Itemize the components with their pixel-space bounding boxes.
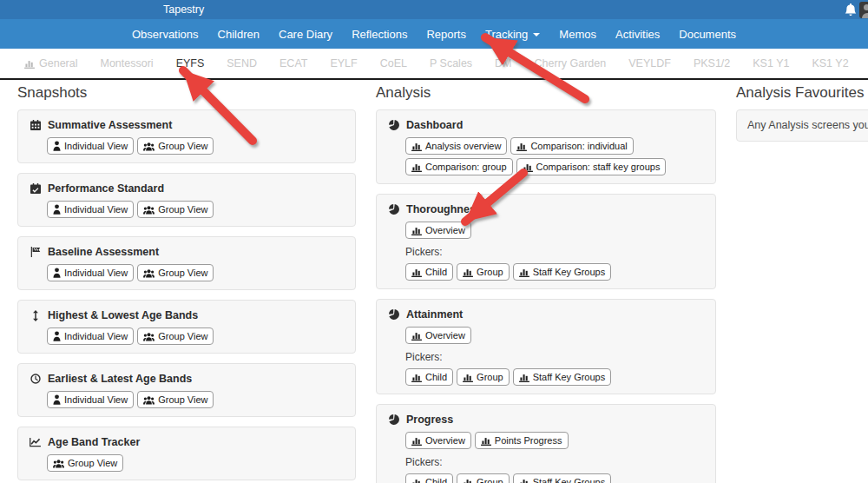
- top-bar: Tapestry: [0, 0, 868, 19]
- tab-label: Cherry Garden: [535, 57, 607, 69]
- individual-view-button[interactable]: Individual View: [47, 264, 134, 281]
- child-button[interactable]: Child: [405, 263, 453, 281]
- points-progress-button[interactable]: Points Progress: [475, 432, 569, 449]
- tab-montessori[interactable]: Montessori: [100, 57, 153, 69]
- tab-coel[interactable]: CoEL: [380, 57, 407, 69]
- bar-chart-icon: [523, 162, 533, 172]
- tab-cherry-garden[interactable]: Cherry Garden: [535, 57, 607, 69]
- card-progress: ProgressOverviewPoints ProgressPickers:C…: [376, 404, 716, 483]
- card-performance-standard: Performance StandardIndividual ViewGroup…: [17, 173, 356, 227]
- tab-send[interactable]: SEND: [227, 57, 257, 69]
- card-title: Dashboard: [406, 119, 463, 131]
- group-view-button[interactable]: Group View: [137, 264, 214, 281]
- individual-view-button[interactable]: Individual View: [47, 137, 134, 155]
- snapshots-heading: Snapshots: [17, 84, 356, 102]
- overview-button[interactable]: Overview: [405, 222, 471, 239]
- card-title: Progress: [406, 414, 453, 426]
- nav-item-tracking[interactable]: Tracking: [485, 28, 540, 41]
- bell-icon[interactable]: [845, 3, 857, 17]
- group-button[interactable]: Group: [457, 263, 510, 281]
- card-age-band-tracker: Age Band TrackerGroup View: [17, 427, 356, 480]
- tab-label: KS1 Y2: [812, 57, 848, 69]
- button-label: Staff Key Groups: [533, 476, 606, 483]
- tab-label: EYFS: [176, 57, 205, 69]
- individual-view-button[interactable]: Individual View: [47, 391, 134, 408]
- button-label: Group View: [158, 140, 207, 152]
- button-label: Group: [477, 266, 503, 278]
- tab-p-scales[interactable]: P Scales: [430, 57, 472, 69]
- tab-ks1-y2[interactable]: KS1 Y2: [812, 57, 848, 69]
- group-view-button[interactable]: Group View: [137, 391, 214, 408]
- analysis-cards: DashboardAnalysis overviewComparison: in…: [376, 109, 716, 483]
- pickers-label: Pickers:: [405, 456, 704, 468]
- tab-label: EYLF: [330, 57, 357, 69]
- pie-chart-icon: [387, 120, 400, 130]
- user-avatar[interactable]: [859, 2, 868, 18]
- comparison-group-button[interactable]: Comparison: group: [405, 158, 513, 175]
- staff-key-groups-button[interactable]: Staff Key Groups: [513, 263, 612, 281]
- bar-chart-icon: [411, 436, 422, 446]
- staff-key-groups-button[interactable]: Staff Key Groups: [513, 368, 612, 386]
- button-label: Child: [425, 476, 447, 483]
- card-summative-assessment: Summative AssessmentIndividual ViewGroup…: [17, 109, 356, 163]
- group-view-button[interactable]: Group View: [137, 137, 214, 155]
- button-label: Points Progress: [495, 434, 562, 447]
- overview-button[interactable]: Overview: [405, 327, 471, 344]
- staff-key-groups-button[interactable]: Staff Key Groups: [513, 473, 612, 483]
- button-label: Group View: [158, 330, 207, 342]
- tab-label: General: [39, 57, 77, 69]
- nav-item-label: Documents: [679, 28, 736, 41]
- analysis-favourites-card: Any Analysis screens you add: [736, 109, 868, 142]
- individual-view-button[interactable]: Individual View: [47, 201, 134, 218]
- tab-dm[interactable]: DM: [495, 57, 511, 69]
- snapshots-column: Snapshots Summative AssessmentIndividual…: [17, 84, 356, 483]
- group-view-button[interactable]: Group View: [137, 328, 214, 345]
- child-button[interactable]: Child: [405, 368, 453, 386]
- button-label: Individual View: [64, 140, 128, 152]
- nav-item-documents[interactable]: Documents: [679, 28, 736, 41]
- tab-eyfs[interactable]: EYFS: [176, 57, 205, 69]
- analysis-favourites-heading: Analysis Favourites: [736, 84, 868, 102]
- button-label: Child: [425, 371, 447, 383]
- card-title: Performance Standard: [48, 182, 164, 195]
- tab-veyldf[interactable]: VEYLDF: [628, 57, 671, 69]
- nav-item-care-diary[interactable]: Care Diary: [279, 28, 332, 41]
- tab-pks1-2[interactable]: PKS1/2: [694, 57, 730, 69]
- nav-item-memos[interactable]: Memos: [559, 28, 596, 41]
- nav-item-label: Reflections: [352, 28, 407, 41]
- card-attainment: AttainmentOverviewPickers:ChildGroupStaf…: [376, 299, 716, 394]
- main-nav: ObservationsChildrenCare DiaryReflection…: [0, 19, 868, 49]
- group-button[interactable]: Group: [457, 368, 510, 386]
- button-label: Group View: [68, 457, 117, 469]
- bar-chart-icon: [516, 142, 527, 151]
- tab-ecat[interactable]: ECAT: [279, 57, 307, 69]
- users-icon: [143, 332, 155, 341]
- button-label: Group View: [158, 203, 207, 215]
- nav-item-reflections[interactable]: Reflections: [352, 28, 407, 41]
- bar-chart-icon: [24, 59, 35, 69]
- group-button[interactable]: Group: [457, 473, 510, 483]
- overview-button[interactable]: Overview: [405, 432, 471, 449]
- group-view-button[interactable]: Group View: [137, 201, 214, 218]
- individual-view-button[interactable]: Individual View: [47, 328, 134, 345]
- nav-item-children[interactable]: Children: [218, 28, 260, 41]
- comparison-staff-key-groups-button[interactable]: Comparison: staff key groups: [516, 158, 667, 175]
- tab-ks1-y1[interactable]: KS1 Y1: [753, 57, 789, 69]
- nav-item-observations[interactable]: Observations: [132, 28, 199, 41]
- tab-general[interactable]: General: [24, 57, 77, 69]
- button-label: Group View: [158, 267, 207, 279]
- group-view-button[interactable]: Group View: [47, 454, 123, 472]
- button-label: Group View: [158, 394, 207, 406]
- comparison-individual-button[interactable]: Comparison: individual: [510, 137, 633, 155]
- bar-chart-icon: [411, 373, 422, 382]
- card-thoroughness: ThoroughnessOverviewPickers:ChildGroupSt…: [376, 194, 716, 289]
- tab-eylf[interactable]: EYLF: [330, 57, 357, 69]
- child-button[interactable]: Child: [405, 473, 453, 483]
- tab-label: CoEL: [380, 57, 407, 69]
- nav-item-reports[interactable]: Reports: [426, 28, 466, 41]
- tab-label: DM: [495, 57, 511, 69]
- pickers-label: Pickers:: [405, 351, 704, 363]
- arrows-vertical-icon: [29, 310, 42, 321]
- nav-item-activities[interactable]: Activities: [615, 28, 660, 41]
- analysis-overview-button[interactable]: Analysis overview: [405, 137, 507, 155]
